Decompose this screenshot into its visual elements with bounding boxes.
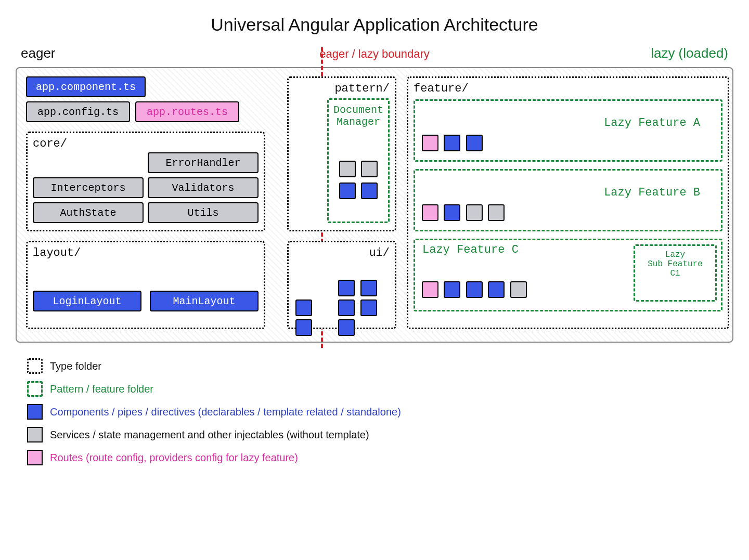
chip-component bbox=[338, 319, 355, 336]
chip-component bbox=[338, 280, 355, 296]
chip-service bbox=[361, 161, 378, 177]
folder-pattern: pattern/ Document Manager bbox=[287, 76, 396, 231]
section-labels: eager eager / lazy boundary lazy (loaded… bbox=[16, 45, 733, 65]
chip-component bbox=[466, 281, 483, 298]
feature-c1-label-3: C1 bbox=[639, 269, 711, 278]
legend-text-type-folder: Type folder bbox=[50, 360, 101, 372]
chip-component bbox=[444, 281, 460, 298]
legend-row-type-folder: Type folder bbox=[27, 358, 733, 374]
legend-swatch-services bbox=[27, 427, 43, 442]
file-app-config: app.config.ts bbox=[26, 101, 130, 122]
chip-component bbox=[360, 280, 377, 296]
chip-service bbox=[488, 204, 505, 221]
folder-feature-label: feature/ bbox=[414, 82, 722, 95]
chip-component bbox=[488, 281, 505, 298]
folder-core-label: core/ bbox=[33, 137, 259, 150]
doc-manager-label-1: Document bbox=[333, 104, 384, 116]
folder-ui-label: ui/ bbox=[294, 246, 390, 259]
chip-route bbox=[422, 135, 438, 151]
diagram-title: Universal Angular Application Architectu… bbox=[16, 15, 733, 35]
legend-row-components: Components / pipes / directives (declara… bbox=[27, 404, 733, 420]
legend-row-feature-folder: Pattern / feature folder bbox=[27, 381, 733, 397]
file-app-component: app.component.ts bbox=[26, 76, 146, 97]
architecture-container: app.component.ts app.config.ts app.route… bbox=[16, 67, 733, 343]
legend-text-services: Services / state management and other in… bbox=[50, 429, 369, 441]
chip-component bbox=[361, 183, 378, 199]
layout-login: LoginLayout bbox=[33, 291, 141, 311]
layout-main: MainLayout bbox=[150, 291, 259, 311]
folder-feature: feature/ Lazy Feature A Lazy Feature B L… bbox=[407, 76, 729, 329]
feature-document-manager: Document Manager bbox=[327, 98, 390, 223]
chip-component bbox=[338, 299, 355, 316]
chip-component bbox=[360, 299, 377, 316]
chip-component bbox=[339, 183, 356, 199]
folder-pattern-label: pattern/ bbox=[294, 82, 390, 95]
chip-service bbox=[339, 161, 356, 177]
feature-c1-label-1: Lazy bbox=[639, 250, 711, 259]
feature-b: Lazy Feature B bbox=[414, 169, 722, 231]
legend: Type folder Pattern / feature folder Com… bbox=[16, 358, 733, 465]
folder-layout: layout/ LoginLayout MainLayout bbox=[26, 241, 265, 329]
file-app-routes: app.routes.ts bbox=[135, 101, 239, 122]
legend-swatch-components bbox=[27, 404, 43, 420]
legend-swatch-type-folder bbox=[27, 358, 43, 374]
folder-ui: ui/ bbox=[287, 241, 396, 329]
label-eager: eager bbox=[21, 45, 56, 61]
legend-swatch-feature-folder bbox=[27, 381, 43, 397]
core-validators: Validators bbox=[148, 177, 259, 198]
feature-c1-label-2: Sub Feature bbox=[639, 259, 711, 269]
feature-b-label: Lazy Feature B bbox=[604, 186, 700, 199]
feature-a: Lazy Feature A bbox=[414, 99, 722, 162]
core-error-handler: ErrorHandler bbox=[148, 152, 259, 173]
feature-c-label: Lazy Feature C bbox=[422, 243, 519, 256]
core-utils: Utils bbox=[148, 202, 259, 223]
chip-component bbox=[444, 135, 460, 151]
feature-c1: Lazy Sub Feature C1 bbox=[634, 244, 717, 302]
chip-route bbox=[422, 204, 438, 221]
chip-component bbox=[444, 204, 460, 221]
folder-core: core/ ErrorHandler Interceptors Validato… bbox=[26, 132, 265, 231]
folder-layout-label: layout/ bbox=[33, 246, 259, 259]
legend-row-services: Services / state management and other in… bbox=[27, 427, 733, 442]
legend-text-components: Components / pipes / directives (declara… bbox=[50, 406, 401, 418]
legend-swatch-routes bbox=[27, 450, 43, 465]
label-boundary: eager / lazy boundary bbox=[319, 47, 430, 61]
chip-component bbox=[295, 299, 312, 316]
app-files-group: app.component.ts app.config.ts app.route… bbox=[26, 76, 239, 126]
feature-c: Lazy Feature C Lazy Sub Feature C1 bbox=[414, 239, 722, 311]
chip-component bbox=[466, 135, 483, 151]
label-lazy: lazy (loaded) bbox=[651, 45, 728, 61]
core-interceptors: Interceptors bbox=[33, 177, 144, 198]
feature-a-label: Lazy Feature A bbox=[604, 116, 700, 129]
chip-service bbox=[510, 281, 527, 298]
core-auth-state: AuthState bbox=[33, 202, 144, 223]
doc-manager-label-2: Manager bbox=[333, 116, 384, 128]
legend-text-routes: Routes (route config, providers config f… bbox=[50, 452, 298, 464]
chip-route bbox=[422, 281, 438, 298]
chip-component bbox=[295, 319, 312, 336]
chip-service bbox=[466, 204, 483, 221]
legend-row-routes: Routes (route config, providers config f… bbox=[27, 450, 733, 465]
legend-text-feature-folder: Pattern / feature folder bbox=[50, 383, 153, 395]
